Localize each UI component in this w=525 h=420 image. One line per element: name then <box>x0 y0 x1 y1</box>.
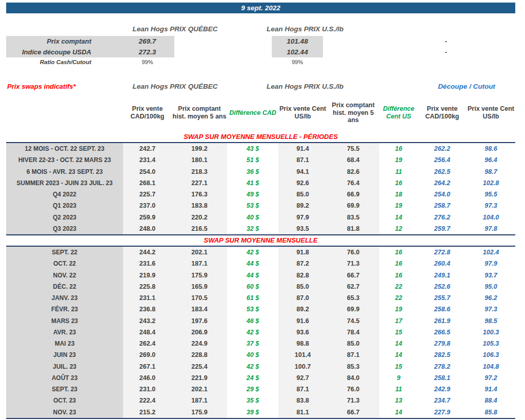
cell-prix-vente-cad: 246.0 <box>123 372 172 384</box>
spot-us-header: Lean Hogs PRIX U.S./lb <box>256 24 354 34</box>
section-title-periodes: SWAP SUR MOYENNE MENSUELLE - PÉRIODES <box>6 131 515 142</box>
cell-prix-vente-us: 93.6 <box>278 327 327 338</box>
cell-difference-us: 12 <box>379 223 418 234</box>
cell-cutout-cad: 242.9 <box>418 384 467 395</box>
cell-prix-vente-us: 92.6 <box>278 177 327 189</box>
section-title-mensuelle: SWAP SUR MOYENNE MENSUELLE <box>6 235 515 245</box>
column-header: Prix vente Cent US/lb <box>278 97 327 128</box>
row-label: NOV. 22 <box>6 270 123 281</box>
row-label: MAI 23 <box>6 338 123 349</box>
cell-cutout-cad: 255.7 <box>418 292 467 304</box>
cell-difference-cad: 61 $ <box>227 292 278 304</box>
cell-prix-vente-cad: 267.1 <box>123 361 172 372</box>
cell-cutout-cad: 282.5 <box>418 349 467 361</box>
column-header: Prix comptant hist. moyen 5 ans <box>327 97 379 128</box>
cell-difference-cad: 29 $ <box>227 384 278 395</box>
cell-hist-us: 68.4 <box>327 154 379 166</box>
row-label: Q3 2023 <box>6 223 123 234</box>
cell-difference-cad: 42 $ <box>227 327 278 338</box>
cell-prix-vente-us: 97.9 <box>278 212 327 223</box>
row-label: Q1 2023 <box>6 200 123 211</box>
cell-cutout-cad: 264.2 <box>418 177 467 189</box>
cell-prix-vente-cad: 254.0 <box>123 166 172 177</box>
cell-difference-us: 19 <box>379 154 418 166</box>
cell-prix-vente-cad: 231.4 <box>123 154 172 166</box>
row-label: AOÛT 23 <box>6 372 123 384</box>
cell-prix-vente-us: 101.4 <box>278 349 327 361</box>
cell-difference-us: 13 <box>379 395 418 406</box>
cell-hist-us: 62.7 <box>327 281 379 292</box>
cell-cutout-us: 85.8 <box>467 407 515 418</box>
cell-cutout-cad: 261.9 <box>418 315 467 327</box>
cell-cutout-cad: 279.8 <box>418 338 467 349</box>
row-label: OCT. 23 <box>6 395 123 406</box>
swaps-title: Prix swaps indicatifs* <box>7 81 76 91</box>
cell-cutout-us: 102.4 <box>467 247 515 258</box>
cell-cutout-cad: 252.6 <box>418 281 467 292</box>
cell-difference-cad: 39 $ <box>227 407 278 418</box>
cell-cutout-cad: 227.9 <box>418 407 467 418</box>
cell-difference-cad: 44 $ <box>227 258 278 269</box>
cell-cutout-us: 105.3 <box>467 338 515 349</box>
cell-hist-us: 66.7 <box>327 270 379 281</box>
row-label: SEPT. 23 <box>6 384 123 395</box>
cell-hist-cad: 197.6 <box>172 315 227 327</box>
cell-hist-us: 69.9 <box>327 304 379 315</box>
column-header: Prix vente CAD/100kg <box>418 97 467 128</box>
row-label: OCT. 22 <box>6 258 123 269</box>
cell-cutout-us: 97.9 <box>467 258 515 269</box>
cell-hist-us: 66.7 <box>327 407 379 418</box>
cell-difference-us: 16 <box>379 247 418 258</box>
cell-prix-vente-us: 100.7 <box>278 361 327 372</box>
cell-cutout-us: 98.7 <box>467 166 515 177</box>
cell-prix-vente-cad: 225.8 <box>123 281 172 292</box>
report-page: 9 sept. 2022 Lean Hogs PRIX QUÉBEC Lean … <box>0 0 525 420</box>
cell-cutout-cad: 258.7 <box>418 200 467 211</box>
cell-prix-vente-cad: 244.2 <box>123 247 172 258</box>
cell-cutout-cad: 234.7 <box>418 395 467 406</box>
cell-difference-cad: 53 $ <box>227 200 278 211</box>
cell-difference-us: 16 <box>379 270 418 281</box>
cell-cutout-cad: 256.4 <box>418 154 467 166</box>
cutout-header: Découpe / Cutout <box>418 81 515 91</box>
cell-cutout-us: 93.7 <box>467 270 515 281</box>
cell-difference-cad: 35 $ <box>227 395 278 406</box>
cell-difference-cad: 53 $ <box>227 304 278 315</box>
cell-prix-vente-us: 92.7 <box>278 372 327 384</box>
cell-hist-us: 76.0 <box>327 384 379 395</box>
cell-cutout-us: 88.4 <box>467 395 515 406</box>
row-label: 12 MOIS - OCT. 22 SEPT. 23 <box>6 143 123 154</box>
cell-difference-us: 11 <box>379 384 418 395</box>
ratio-label: Ratio Cash/Cutout <box>6 57 91 67</box>
cell-hist-cad: 221.9 <box>172 372 227 384</box>
cell-cutout-cad: 260.4 <box>418 258 467 269</box>
cell-difference-cad: 41 $ <box>227 177 278 189</box>
cell-prix-vente-cad: 269.0 <box>123 349 172 361</box>
cell-cutout-us: 98.6 <box>467 143 515 154</box>
row-label: JANV. 23 <box>6 292 123 304</box>
cell-cutout-us: 95.0 <box>467 281 515 292</box>
cell-prix-vente-cad: 262.4 <box>123 338 172 349</box>
cell-difference-cad: 46 $ <box>227 315 278 327</box>
cell-difference-cad: 37 $ <box>227 338 278 349</box>
cell-difference-us: 15 <box>379 361 418 372</box>
swap-table-periodes: 12 MOIS - OCT. 22 SEPT. 23242.7199.243 $… <box>6 142 515 235</box>
cell-hist-cad: 202.1 <box>172 247 227 258</box>
spot-quebec-value: 272.3 <box>123 47 172 57</box>
cell-hist-cad: 225.4 <box>172 361 227 372</box>
row-label: SEPT. 22 <box>6 247 123 258</box>
column-header-row: Prix vente CAD/100kgPrix comptant hist. … <box>6 97 515 128</box>
cell-difference-us: 22 <box>379 281 418 292</box>
cell-prix-vente-cad: 225.7 <box>123 189 172 200</box>
cell-cutout-cad: 249.1 <box>418 270 467 281</box>
cell-cutout-cad: 259.7 <box>418 223 467 234</box>
row-label: JUIL. 23 <box>6 361 123 372</box>
cell-cutout-us: 91.4 <box>467 384 515 395</box>
row-label: FÉVR. 23 <box>6 304 123 315</box>
cell-prix-vente-us: 83.8 <box>278 395 327 406</box>
cell-difference-cad: 32 $ <box>227 223 278 234</box>
cell-difference-us: 16 <box>379 177 418 189</box>
cell-cutout-cad: 258.6 <box>418 304 467 315</box>
cell-prix-vente-cad: 236.8 <box>123 304 172 315</box>
cell-difference-us: 15 <box>379 327 418 338</box>
